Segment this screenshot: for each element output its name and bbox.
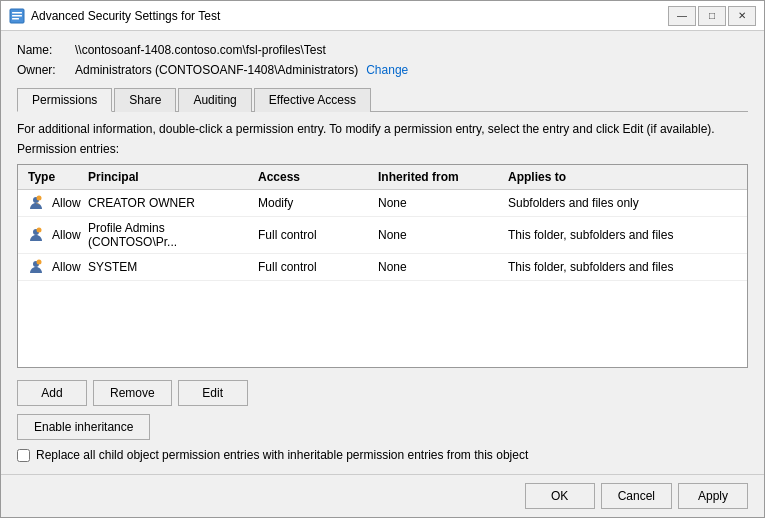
table-header: Type Principal Access Inherited from App… xyxy=(18,165,747,190)
svg-rect-1 xyxy=(12,12,22,14)
col-applies: Applies to xyxy=(504,168,741,186)
cell-type-0: Allow xyxy=(24,192,84,214)
col-type: Type xyxy=(24,168,84,186)
svg-rect-2 xyxy=(12,15,22,17)
name-label: Name: xyxy=(17,43,67,57)
window-icon xyxy=(9,8,25,24)
action-buttons: Add Remove Edit xyxy=(17,380,748,406)
enable-inheritance-button[interactable]: Enable inheritance xyxy=(17,414,150,440)
cell-principal-0: CREATOR OWNER xyxy=(84,194,254,212)
col-access: Access xyxy=(254,168,374,186)
cell-type-2: Allow xyxy=(24,256,84,278)
table-row[interactable]: Allow Profile Admins (CONTOSO\Pr... Full… xyxy=(18,217,747,254)
svg-rect-3 xyxy=(12,18,19,20)
user-icon xyxy=(28,227,44,243)
cell-applies-0: Subfolders and files only xyxy=(504,194,741,212)
cell-applies-1: This folder, subfolders and files xyxy=(504,226,741,244)
owner-label: Owner: xyxy=(17,63,67,77)
minimize-button[interactable]: — xyxy=(668,6,696,26)
svg-point-7 xyxy=(37,228,42,233)
user-icon xyxy=(28,195,44,211)
cell-applies-2: This folder, subfolders and files xyxy=(504,258,741,276)
cell-inherited-1: None xyxy=(374,226,504,244)
window-controls: — □ ✕ xyxy=(668,6,756,26)
inheritance-row: Enable inheritance xyxy=(17,414,748,440)
tab-auditing[interactable]: Auditing xyxy=(178,88,251,112)
title-bar: Advanced Security Settings for Test — □ … xyxy=(1,1,764,31)
dialog-footer: OK Cancel Apply xyxy=(1,474,764,517)
add-button[interactable]: Add xyxy=(17,380,87,406)
edit-button[interactable]: Edit xyxy=(178,380,248,406)
replace-checkbox-row: Replace all child object permission entr… xyxy=(17,448,748,462)
name-row: Name: \\contosoanf-1408.contoso.com\fsl-… xyxy=(17,43,748,57)
cell-inherited-2: None xyxy=(374,258,504,276)
close-button[interactable]: ✕ xyxy=(728,6,756,26)
owner-row: Owner: Administrators (CONTOSOANF-1408\A… xyxy=(17,63,748,77)
cell-access-0: Modify xyxy=(254,194,374,212)
cell-access-1: Full control xyxy=(254,226,374,244)
owner-value: Administrators (CONTOSOANF-1408\Administ… xyxy=(75,63,358,77)
bottom-section: Add Remove Edit Enable inheritance Repla… xyxy=(17,380,748,462)
svg-point-9 xyxy=(37,260,42,265)
permission-table: Type Principal Access Inherited from App… xyxy=(17,164,748,368)
replace-checkbox[interactable] xyxy=(17,449,30,462)
maximize-button[interactable]: □ xyxy=(698,6,726,26)
cell-inherited-0: None xyxy=(374,194,504,212)
tab-share[interactable]: Share xyxy=(114,88,176,112)
main-window: Advanced Security Settings for Test — □ … xyxy=(0,0,765,518)
dialog-content: Name: \\contosoanf-1408.contoso.com\fsl-… xyxy=(1,31,764,474)
tab-permissions[interactable]: Permissions xyxy=(17,88,112,112)
cell-principal-2: SYSTEM xyxy=(84,258,254,276)
apply-button[interactable]: Apply xyxy=(678,483,748,509)
col-inherited: Inherited from xyxy=(374,168,504,186)
col-principal: Principal xyxy=(84,168,254,186)
svg-point-5 xyxy=(37,196,42,201)
tab-effective-access[interactable]: Effective Access xyxy=(254,88,371,112)
cancel-button[interactable]: Cancel xyxy=(601,483,672,509)
ok-button[interactable]: OK xyxy=(525,483,595,509)
remove-button[interactable]: Remove xyxy=(93,380,172,406)
cell-principal-1: Profile Admins (CONTOSO\Pr... xyxy=(84,219,254,251)
tab-bar: Permissions Share Auditing Effective Acc… xyxy=(17,87,748,112)
table-row[interactable]: Allow SYSTEM Full control None This fold… xyxy=(18,254,747,281)
cell-type-1: Allow xyxy=(24,224,84,246)
window-title: Advanced Security Settings for Test xyxy=(31,9,668,23)
change-link[interactable]: Change xyxy=(366,63,408,77)
info-text: For additional information, double-click… xyxy=(17,122,748,136)
cell-access-2: Full control xyxy=(254,258,374,276)
name-value: \\contosoanf-1408.contoso.com\fsl-profil… xyxy=(75,43,326,57)
user-icon xyxy=(28,259,44,275)
permission-entries-label: Permission entries: xyxy=(17,142,748,156)
replace-checkbox-label: Replace all child object permission entr… xyxy=(36,448,528,462)
table-row[interactable]: Allow CREATOR OWNER Modify None Subfolde… xyxy=(18,190,747,217)
